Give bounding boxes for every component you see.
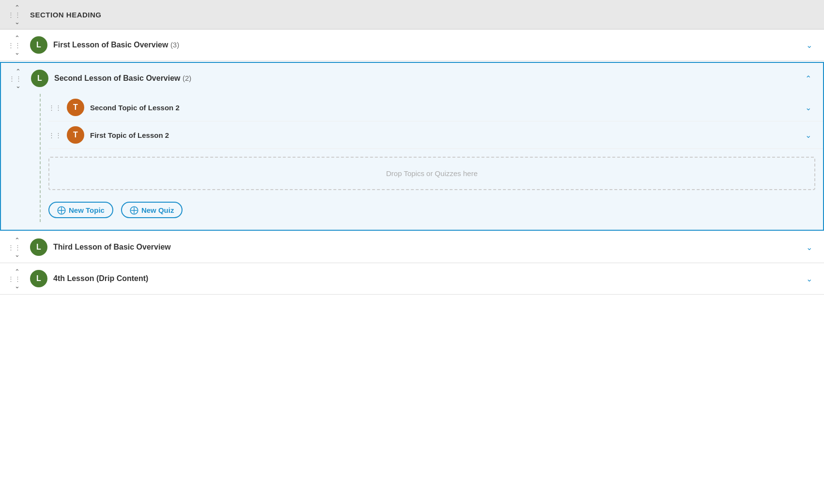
section-heading-title: SECTION HEADING: [30, 11, 816, 19]
lesson-3-expand-btn[interactable]: ⌄: [802, 241, 816, 254]
lesson-3-row: ⌃ ⋮⋮ ⌄ L Third Lesson of Basic Overview …: [0, 232, 824, 263]
section-controls: ⌃ ⋮⋮ ⌄: [8, 4, 26, 26]
lesson-3-badge: L: [30, 238, 47, 256]
lesson-3-title: Third Lesson of Basic Overview: [53, 243, 802, 252]
lesson-1-title: First Lesson of Basic Overview (3): [53, 41, 802, 49]
new-quiz-label: New Quiz: [141, 206, 174, 214]
lesson-4-chevron-down[interactable]: ⌄: [13, 282, 22, 290]
lesson-1-row: ⌃ ⋮⋮ ⌄ L First Lesson of Basic Overview …: [0, 30, 824, 61]
lesson-2-inner: ⋮⋮ T Second Topic of Lesson 2 ⌄ ⋮⋮ T Fir…: [40, 94, 823, 222]
new-quiz-plus-icon: ⨁: [130, 206, 138, 214]
new-topic-plus-icon: ⨁: [57, 206, 66, 214]
lesson-2-badge: L: [31, 70, 48, 87]
topic-1-drag-handle[interactable]: ⋮⋮: [48, 104, 62, 111]
lesson-2-title: Second Lesson of Basic Overview (2): [54, 74, 801, 83]
topic-1-badge: T: [67, 99, 84, 116]
topic-2-drag-handle[interactable]: ⋮⋮: [48, 132, 62, 139]
new-topic-button[interactable]: ⨁ New Topic: [48, 202, 113, 218]
curriculum-list: ⌃ ⋮⋮ ⌄ SECTION HEADING ⌃ ⋮⋮ ⌄ L First Le…: [0, 0, 824, 295]
lesson-1-chevron-down[interactable]: ⌄: [13, 49, 22, 56]
lesson-1-chevron-up[interactable]: ⌃: [13, 34, 22, 42]
drop-zone: Drop Topics or Quizzes here: [48, 157, 815, 190]
lesson-2-drag-handle[interactable]: ⋮⋮: [9, 75, 22, 82]
topic-1-expand-btn[interactable]: ⌄: [801, 101, 815, 114]
lesson-2-expand-btn[interactable]: ⌃: [801, 72, 815, 85]
section-chevron-up[interactable]: ⌃: [13, 4, 22, 11]
lesson-4-title: 4th Lesson (Drip Content): [53, 274, 802, 283]
section-heading-row: ⌃ ⋮⋮ ⌄ SECTION HEADING: [0, 0, 824, 30]
lesson-4-header: ⌃ ⋮⋮ ⌄ L 4th Lesson (Drip Content) ⌄: [0, 263, 824, 294]
lesson-3-header: ⌃ ⋮⋮ ⌄ L Third Lesson of Basic Overview …: [0, 232, 824, 263]
lesson-2-expanded-content: ⋮⋮ T Second Topic of Lesson 2 ⌄ ⋮⋮ T Fir…: [1, 94, 823, 230]
new-quiz-button[interactable]: ⨁ New Quiz: [121, 202, 183, 218]
lesson-1-badge: L: [30, 36, 47, 54]
lesson-2-header: ⌃ ⋮⋮ ⌄ L Second Lesson of Basic Overview…: [1, 63, 823, 94]
topic-row-1: ⋮⋮ T Second Topic of Lesson 2 ⌄: [48, 94, 823, 121]
section-header: ⌃ ⋮⋮ ⌄ SECTION HEADING: [0, 0, 824, 29]
topic-1-title: Second Topic of Lesson 2: [90, 104, 801, 112]
lesson-3-chevron-up[interactable]: ⌃: [13, 237, 22, 244]
lesson-4-row: ⌃ ⋮⋮ ⌄ L 4th Lesson (Drip Content) ⌄: [0, 263, 824, 295]
lesson-4-chevron-up[interactable]: ⌃: [13, 268, 22, 275]
lesson-3-chevron-down[interactable]: ⌄: [13, 251, 22, 258]
lesson-1-expand-btn[interactable]: ⌄: [802, 39, 816, 52]
lesson-2-chevron-down[interactable]: ⌄: [14, 82, 23, 89]
action-buttons: ⨁ New Topic ⨁ New Quiz: [48, 198, 815, 222]
section-drag-handle[interactable]: ⋮⋮: [8, 11, 21, 18]
lesson-1-drag-handle[interactable]: ⋮⋮: [8, 42, 21, 49]
lesson-1-controls: ⌃ ⋮⋮ ⌄: [8, 34, 26, 56]
topic-2-expand-btn[interactable]: ⌄: [801, 129, 815, 142]
lesson-4-drag-handle[interactable]: ⋮⋮: [8, 275, 21, 282]
lesson-2-chevron-up[interactable]: ⌃: [14, 68, 23, 75]
lesson-2-row: ⌃ ⋮⋮ ⌄ L Second Lesson of Basic Overview…: [0, 62, 824, 231]
lesson-4-badge: L: [30, 270, 47, 287]
topic-2-title: First Topic of Lesson 2: [90, 131, 801, 139]
topic-row-2: ⋮⋮ T First Topic of Lesson 2 ⌄: [48, 121, 823, 149]
lesson-1-header: ⌃ ⋮⋮ ⌄ L First Lesson of Basic Overview …: [0, 30, 824, 60]
lesson-4-expand-btn[interactable]: ⌄: [802, 272, 816, 285]
new-topic-label: New Topic: [69, 206, 105, 214]
lesson-3-drag-handle[interactable]: ⋮⋮: [8, 244, 21, 251]
topic-2-badge: T: [67, 126, 84, 144]
lesson-2-controls: ⌃ ⋮⋮ ⌄: [9, 68, 27, 89]
drop-zone-text: Drop Topics or Quizzes here: [386, 169, 478, 178]
section-chevron-down[interactable]: ⌄: [13, 18, 22, 26]
lesson-4-controls: ⌃ ⋮⋮ ⌄: [8, 268, 26, 290]
lesson-3-controls: ⌃ ⋮⋮ ⌄: [8, 237, 26, 258]
